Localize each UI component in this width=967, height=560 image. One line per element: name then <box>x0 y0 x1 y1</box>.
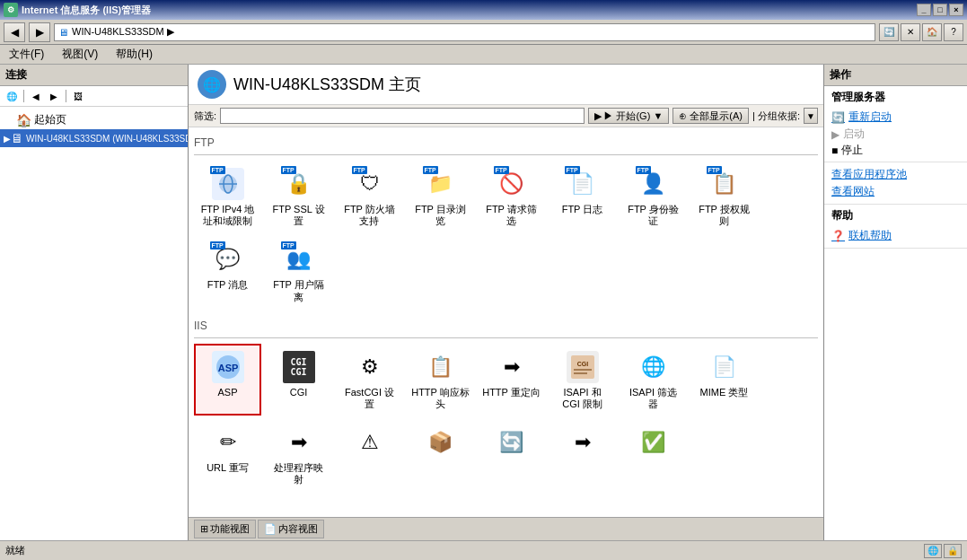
back-button[interactable]: ◀ <box>4 22 25 42</box>
icon-img: ASP <box>212 351 244 383</box>
icon-label: ASP <box>217 387 237 398</box>
icon-img: ✅ <box>637 426 670 459</box>
icon-box: FTP <box>210 166 246 202</box>
filter-scroll-button[interactable]: ▼ <box>804 108 818 124</box>
menu-help[interactable]: 帮助(H) <box>110 45 158 64</box>
icon-box: ➡ <box>565 424 601 460</box>
icon-label: HTTP 重定向 <box>482 387 541 398</box>
icon-ftp-ipv4[interactable]: FTP FTP IPv4 地址和域限制 <box>194 161 261 232</box>
sites-link[interactable]: 查看网站 <box>831 183 960 200</box>
icon-ftp-firewall[interactable]: FTP 🛡 FTP 防火墙支持 <box>336 161 403 232</box>
icon-ftp-iso[interactable]: FTP 👥 FTP 用户隔离 <box>265 236 332 308</box>
icon-box: FTP 📋 <box>707 166 743 202</box>
ftp-badge: FTP <box>565 166 580 174</box>
address-icon: 🖥 <box>58 27 68 38</box>
icon-extra5[interactable]: ✅ <box>620 419 687 491</box>
app-pool-label: 查看应用程序池 <box>831 167 907 182</box>
main-layout: 连接 🌐 ◀ ▶ 🖼 🏠 起始页 ▶ 🖥 WIN-U48KLS33SDM (WI… <box>0 65 967 540</box>
group-label: | 分组依据: <box>752 109 800 123</box>
ftp-section-label: FTP <box>194 133 818 155</box>
icon-extra3[interactable]: 🔄 <box>478 419 545 491</box>
iis-icons-grid: ASP ASP CGICGI CGI <box>194 344 818 492</box>
icon-isapi-filter[interactable]: 🌐 ISAPI 筛选器 <box>620 344 687 416</box>
icon-extra1[interactable]: ⚠ <box>336 419 403 491</box>
title-bar: ⚙ Internet 信息服务 (IIS)管理器 _ □ × <box>0 0 967 20</box>
restart-link[interactable]: 🔄 重新启动 <box>831 109 960 126</box>
icon-img: ➡ <box>567 426 599 459</box>
app-icon: ⚙ <box>4 3 18 17</box>
icon-img: CGI <box>567 351 599 383</box>
forward-button[interactable]: ▶ <box>29 22 50 42</box>
icon-label: FTP 目录浏览 <box>415 204 466 227</box>
conn-view-button[interactable]: 🖼 <box>70 88 86 104</box>
icon-ftp-request[interactable]: FTP 🚫 FTP 请求筛选 <box>478 161 545 232</box>
icon-img: 📦 <box>425 426 457 459</box>
icon-ftp-auth[interactable]: FTP 👤 FTP 身份验证 <box>620 161 687 232</box>
menu-file[interactable]: 文件(F) <box>4 45 49 64</box>
tab-content-view[interactable]: 📄 内容视图 <box>258 520 324 538</box>
icon-img: 📄 <box>708 351 741 383</box>
icon-extra2[interactable]: 📦 <box>407 419 474 491</box>
close-button[interactable]: × <box>949 4 963 16</box>
icon-ftp-browse[interactable]: FTP 📁 FTP 目录浏览 <box>407 161 474 232</box>
icon-mime[interactable]: 📄 MIME 类型 <box>690 344 758 416</box>
filter-input[interactable] <box>220 108 585 124</box>
conn-globe-button[interactable]: 🌐 <box>4 88 20 104</box>
start-button[interactable]: ▶ ▶ 开始(G) ▼ <box>588 108 669 124</box>
tree-item-home[interactable]: 🏠 起始页 <box>0 110 188 129</box>
view-section: 查看应用程序池 查看网站 <box>824 162 967 205</box>
svg-rect-8 <box>574 372 587 374</box>
ftp-badge: FTP <box>636 166 651 174</box>
icon-fastcgi[interactable]: ⚙ FastCGI 设置 <box>336 344 403 416</box>
app-pool-link[interactable]: 查看应用程序池 <box>831 166 960 183</box>
center-header: 🌐 WIN-U48KLS33SDM 主页 <box>189 65 823 105</box>
stop-button[interactable]: ✕ <box>901 23 920 41</box>
help-button[interactable]: ? <box>944 23 963 41</box>
icon-box: ⚠ <box>352 424 388 460</box>
address-field[interactable]: 🖥 WIN-U48KLS33SDM ▶ <box>54 23 875 41</box>
ftp-badge: FTP <box>707 166 722 174</box>
icon-label: URL 重写 <box>207 462 249 474</box>
icon-box: FTP 💬 <box>210 241 246 277</box>
icon-http-headers[interactable]: 📋 HTTP 响应标头 <box>407 344 474 416</box>
icon-ftp-authz[interactable]: FTP 📋 FTP 授权规则 <box>690 161 758 232</box>
filter-label: 筛选: <box>194 109 216 123</box>
icon-http-redirect[interactable]: ➡ HTTP 重定向 <box>478 344 545 416</box>
icon-ftp-log[interactable]: FTP 📄 FTP 日志 <box>549 161 616 232</box>
help-title: 帮助 <box>831 208 960 223</box>
icon-cgi[interactable]: CGICGI CGI <box>265 344 332 416</box>
home-button[interactable]: 🏠 <box>922 23 942 41</box>
icon-handler[interactable]: ➡ 处理程序映射 <box>265 419 332 491</box>
icon-box: FTP 👤 <box>636 166 672 202</box>
conn-back-button[interactable]: ◀ <box>28 88 44 104</box>
separator <box>23 90 24 102</box>
icon-ftp-msg[interactable]: FTP 💬 FTP 消息 <box>194 236 261 308</box>
icon-asp[interactable]: ASP ASP <box>194 344 261 416</box>
restart-label: 重新启动 <box>848 109 892 125</box>
tree-item-server[interactable]: ▶ 🖥 WIN-U48KLS33SDM (WIN-U48KLS33SDM\Adm… <box>0 129 188 147</box>
show-all-button[interactable]: ⊕ 全部显示(A) <box>673 108 749 124</box>
icon-box: CGICGI <box>281 349 317 385</box>
maximize-button[interactable]: □ <box>933 4 947 16</box>
icon-url-rewrite[interactable]: ✏ URL 重写 <box>194 419 261 491</box>
icon-extra4[interactable]: ➡ <box>549 419 616 491</box>
icon-box: ⚙ <box>352 349 388 385</box>
icon-isapi-cgi[interactable]: CGI ISAPI 和CGI 限制 <box>549 344 616 416</box>
manage-server-section: 管理服务器 🔄 重新启动 ▶ 启动 ■ 停止 <box>824 86 967 162</box>
icon-label: FTP 请求筛选 <box>486 204 537 227</box>
connections-header: 连接 <box>0 65 188 86</box>
icon-ftp-ssl[interactable]: FTP 🔒 FTP SSL 设置 <box>265 161 332 232</box>
menu-view[interactable]: 视图(V) <box>57 45 103 64</box>
refresh-button[interactable]: 🔄 <box>879 23 899 41</box>
ftp-badge: FTP <box>494 166 509 174</box>
tab-feature-view[interactable]: ⊞ 功能视图 <box>194 520 256 538</box>
minimize-button[interactable]: _ <box>917 4 931 16</box>
icon-img: ✏ <box>212 426 244 459</box>
conn-forward-button[interactable]: ▶ <box>46 88 62 104</box>
online-help-link[interactable]: ❓ 联机帮助 <box>831 227 960 244</box>
stop-action[interactable]: ■ 停止 <box>831 143 960 158</box>
help-label: 联机帮助 <box>848 228 892 243</box>
filter-bar: 筛选: ▶ ▶ 开始(G) ▼ ⊕ 全部显示(A) | 分组依据: ▼ <box>189 105 823 127</box>
center-title: WIN-U48KLS33SDM 主页 <box>233 74 421 95</box>
ftp-badge: FTP <box>281 166 296 174</box>
